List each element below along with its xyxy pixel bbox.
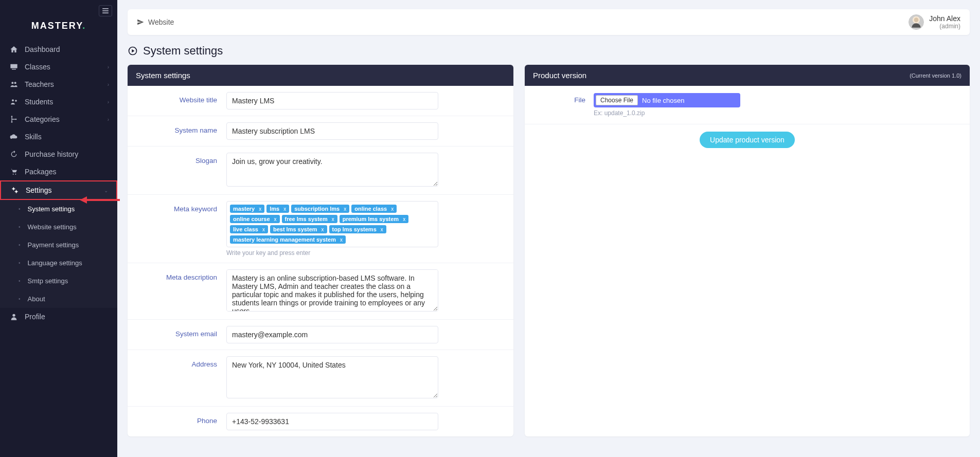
history-icon [8,150,20,158]
sidebar-item-classes[interactable]: Classes› [0,58,117,76]
chevron-down-icon: ⌄ [104,188,108,193]
user-name: John Alex [929,14,960,23]
tag-remove-icon[interactable]: x [403,216,405,222]
sidebar-item-label: Settings [26,186,104,194]
tag-remove-icon[interactable]: x [332,216,334,222]
sidebar-item-label: Students [25,98,108,106]
tag: lmsx [266,205,289,213]
sidebar-item-settings[interactable]: Settings⌄ [0,180,117,200]
tag: subscription lmsx [291,205,349,213]
sidebar-item-label: Classes [25,63,108,71]
sidebar-item-label: Teachers [25,80,108,88]
svg-point-8 [11,116,13,117]
tag-remove-icon[interactable]: x [381,227,383,232]
paper-plane-icon [137,19,144,26]
input-system-name[interactable] [226,122,438,140]
gears-icon [9,186,21,194]
sidebar-item-label: Skills [25,133,109,141]
tag: free lms systemx [282,215,337,223]
brand-logo: MASTERY. [0,16,117,41]
tag-input-meta-keyword[interactable]: masteryxlmsxsubscription lmsxonline clas… [226,201,438,247]
sidebar-item-students[interactable]: Students› [0,93,117,111]
sidebar-item-label: Profile [25,313,109,321]
tag: best lms systemx [270,225,327,233]
sidebar-item-label: Dashboard [25,45,109,53]
label-slogan: Slogan [135,153,226,164]
sidebar: MASTERY. DashboardClasses›Teachers›Stude… [0,0,117,457]
update-version-button[interactable]: Update product version [700,132,795,148]
chevron-right-icon: › [108,99,109,105]
cloud-icon [8,133,20,141]
input-system-email[interactable] [226,326,438,343]
label-system-name: System name [135,122,226,134]
sidebar-toggle-button[interactable] [99,5,112,16]
system-settings-card: System settings Website title System nam… [128,65,513,436]
sidebar-item-packages[interactable]: Packages [0,163,117,180]
users-plus-icon [8,98,20,106]
sub-item-about[interactable]: About [0,290,117,308]
product-version-header: Product version (Current version 1.0) [525,65,970,86]
avatar [908,14,924,30]
label-address: Address [135,356,226,368]
tag: top lms systemsx [329,225,386,233]
tag-remove-icon[interactable]: x [340,237,343,243]
label-website-title: Website title [135,92,226,104]
tag-remove-icon[interactable]: x [262,227,265,232]
sidebar-item-profile[interactable]: Profile [0,308,117,325]
chevron-right-icon: › [108,64,109,70]
svg-rect-1 [102,10,109,11]
sidebar-item-categories[interactable]: Categories› [0,111,117,128]
tag-remove-icon[interactable]: x [344,206,346,212]
current-version-note: (Current version 1.0) [910,72,961,79]
label-meta-keyword: Meta keyword [135,201,226,213]
product-version-card: Product version (Current version 1.0) Fi… [525,65,970,436]
file-input[interactable]: Choose File No file chosen [594,93,740,107]
file-example-hint: Ex: update_1.0.zip [594,109,963,117]
website-link[interactable]: Website [137,18,174,26]
choose-file-button[interactable]: Choose File [596,95,638,105]
sub-item-language-settings[interactable]: Language settings [0,254,117,272]
file-status-text: No file chosen [642,97,684,104]
sidebar-item-label: Categories [25,115,108,123]
label-meta-description: Meta description [135,269,226,281]
textarea-slogan[interactable] [226,153,438,187]
sidebar-item-label: Purchase history [25,150,109,158]
svg-rect-4 [12,69,16,69]
sub-item-smtp-settings[interactable]: Smtp settings [0,272,117,290]
tag-remove-icon[interactable]: x [259,206,261,212]
user-icon [8,313,20,321]
svg-marker-20 [132,49,134,53]
input-website-title[interactable] [226,92,438,109]
sidebar-item-purchase-history[interactable]: Purchase history [0,145,117,163]
tag: mastery learning management systemx [230,235,346,244]
chalkboard-icon [8,63,20,71]
label-system-email: System email [135,326,226,338]
sub-item-system-settings[interactable]: System settings [0,200,117,218]
sidebar-item-skills[interactable]: Skills [0,128,117,145]
svg-rect-3 [10,64,17,68]
user-menu[interactable]: John Alex (admin) [908,14,960,30]
main-area: Website John Alex (admin) System setting… [117,0,980,457]
sidebar-item-teachers[interactable]: Teachers› [0,76,117,93]
svg-rect-0 [102,8,109,9]
settings-submenu: System settingsWebsite settingsPayment s… [0,200,117,308]
svg-point-9 [11,121,13,123]
svg-point-10 [15,119,17,120]
home-icon [8,45,20,53]
topbar: Website John Alex (admin) [128,9,970,35]
tag-remove-icon[interactable]: x [391,206,394,212]
textarea-meta-description[interactable] [226,269,438,312]
tag-remove-icon[interactable]: x [283,206,286,212]
sub-item-payment-settings[interactable]: Payment settings [0,236,117,254]
product-version-header-text: Product version [533,71,586,80]
tag: online coursex [230,215,280,223]
sub-item-website-settings[interactable]: Website settings [0,218,117,236]
sidebar-item-dashboard[interactable]: Dashboard [0,41,117,58]
tag-remove-icon[interactable]: x [274,216,277,222]
user-role: (admin) [929,23,960,30]
textarea-address[interactable] [226,356,438,398]
input-phone[interactable] [226,413,438,430]
tag-remove-icon[interactable]: x [322,227,324,232]
branch-icon [8,115,20,123]
svg-point-11 [13,174,14,175]
